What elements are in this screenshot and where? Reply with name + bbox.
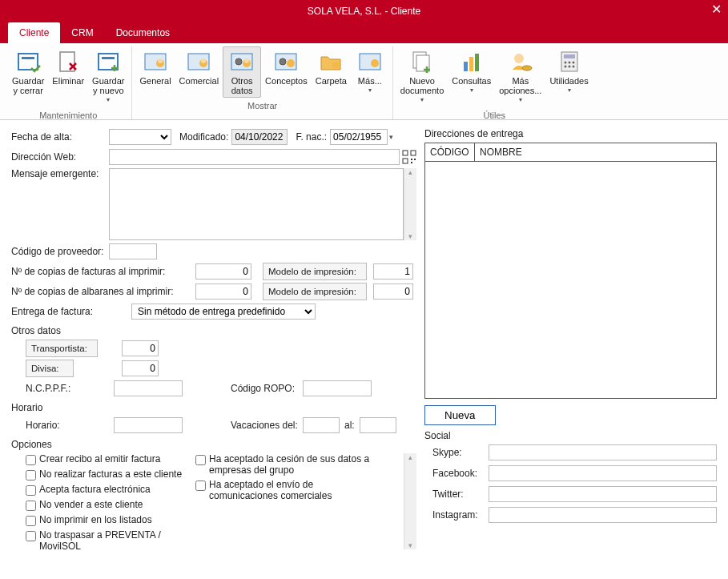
- direcciones-entrega-label: Direcciones de entrega: [424, 128, 717, 139]
- opt-recibo-checkbox[interactable]: [26, 455, 36, 465]
- skype-field[interactable]: [489, 444, 717, 460]
- mas-opciones-button[interactable]: Más opciones...▾: [495, 46, 545, 107]
- direccion-web-label: Dirección Web:: [11, 151, 109, 163]
- ribbon: Guardar y cerrar Eliminar Guardar y nuev…: [0, 43, 728, 120]
- chart-icon: [459, 49, 485, 74]
- ncppf-field[interactable]: [114, 380, 183, 396]
- svg-point-27: [522, 66, 532, 70]
- otros-datos-section: Otros datos: [11, 325, 416, 336]
- opt-comunicaciones-checkbox[interactable]: [195, 480, 206, 491]
- svg-point-12: [235, 58, 242, 65]
- comercial-button[interactable]: Comercial: [175, 46, 223, 98]
- svg-point-20: [371, 59, 379, 67]
- consultas-button[interactable]: Consultas▾: [448, 46, 495, 107]
- vacaciones-del-label: Vacaciones del:: [231, 420, 303, 431]
- svg-point-7: [158, 58, 163, 63]
- fecha-alta-select[interactable]: [109, 129, 171, 145]
- opt-efactura-checkbox[interactable]: [26, 485, 36, 496]
- folder-user-icon: [318, 49, 344, 74]
- skype-label: Skype:: [432, 447, 489, 458]
- svg-point-31: [568, 62, 570, 64]
- close-icon[interactable]: ✕: [711, 2, 722, 17]
- general-button[interactable]: General: [135, 46, 175, 98]
- tab-strip: Cliente CRM Documentos: [0, 22, 728, 43]
- svg-point-17: [287, 59, 295, 67]
- chevron-down-icon[interactable]: ▾: [389, 133, 393, 141]
- tab-cliente[interactable]: Cliente: [8, 22, 60, 43]
- group-mantenimiento: Mantenimiento: [8, 107, 128, 122]
- direccion-web-field[interactable]: [109, 149, 400, 165]
- calculator-icon: [557, 49, 582, 74]
- ncppf-label: N.C.P.P.F.:: [26, 383, 114, 394]
- modelo-impresion-2-field[interactable]: [373, 283, 413, 300]
- scrollbar[interactable]: ▴▾: [404, 453, 416, 549]
- mensaje-textarea[interactable]: [109, 168, 404, 240]
- th-codigo[interactable]: CÓDIGO: [425, 143, 475, 161]
- mensaje-label: Mensaje emergente:: [11, 168, 109, 179]
- divisa-field[interactable]: [122, 360, 159, 376]
- svg-point-35: [572, 66, 574, 68]
- mas-button[interactable]: Más...▾: [351, 46, 389, 98]
- svg-rect-38: [403, 159, 408, 163]
- modelo-impresion-1-field[interactable]: [373, 263, 413, 279]
- opt-no-facturas-checkbox[interactable]: [26, 470, 36, 480]
- tab-crm[interactable]: CRM: [60, 22, 104, 43]
- copias-facturas-label: Nº de copias de facturas al imprimir:: [11, 266, 195, 277]
- entrega-factura-select[interactable]: Sin método de entrega predefinido: [131, 304, 316, 320]
- svg-point-32: [572, 62, 574, 64]
- svg-point-16: [280, 58, 286, 65]
- vacaciones-al-field[interactable]: [360, 417, 396, 433]
- svg-rect-40: [414, 159, 416, 160]
- svg-point-34: [568, 66, 570, 68]
- scrollbar[interactable]: ▴▾: [404, 168, 416, 240]
- horario-field[interactable]: [114, 417, 183, 433]
- fnac-field[interactable]: [330, 129, 388, 145]
- opt-no-preventa-checkbox[interactable]: [26, 531, 36, 541]
- direcciones-table[interactable]: CÓDIGO NOMBRE: [424, 143, 717, 399]
- entrega-factura-label: Entrega de factura:: [11, 306, 131, 317]
- facebook-label: Facebook:: [432, 468, 489, 479]
- th-nombre[interactable]: NOMBRE: [475, 143, 716, 161]
- user-gear-icon: [273, 49, 299, 74]
- nuevo-documento-button[interactable]: Nuevo documento▾: [396, 46, 448, 107]
- opt-no-listados-checkbox[interactable]: [26, 516, 36, 526]
- fecha-alta-label: Fecha de alta:: [11, 131, 109, 143]
- ropo-field[interactable]: [303, 380, 372, 396]
- horario-label: Horario:: [26, 420, 114, 431]
- opt-cesion-checkbox[interactable]: [195, 455, 206, 465]
- otros-datos-button[interactable]: Otros datos: [223, 46, 261, 98]
- svg-rect-1: [22, 57, 34, 59]
- instagram-label: Instagram:: [432, 509, 489, 521]
- transportista-button[interactable]: Transportista:: [26, 340, 98, 357]
- divisa-button[interactable]: Divisa:: [26, 360, 74, 377]
- svg-rect-29: [564, 54, 575, 58]
- copias-facturas-field[interactable]: [195, 263, 251, 279]
- utilidades-button[interactable]: Utilidades▾: [545, 46, 592, 107]
- cod-proveedor-field[interactable]: [109, 243, 157, 259]
- svg-point-10: [201, 58, 206, 63]
- instagram-field[interactable]: [489, 507, 717, 523]
- copias-albaranes-label: Nº de copias de albaranes al imprimir:: [11, 286, 195, 297]
- modelo-impresion-2-button[interactable]: Modelo de impresión:: [263, 283, 367, 300]
- nueva-button[interactable]: Nueva: [424, 405, 496, 425]
- svg-point-33: [564, 66, 566, 68]
- opt-no-vender-checkbox[interactable]: [26, 501, 36, 511]
- group-utiles: Útiles: [396, 107, 593, 122]
- facebook-field[interactable]: [489, 465, 717, 481]
- copias-albaranes-field[interactable]: [195, 283, 251, 300]
- window-title: SOLA VELA, S.L. - Cliente: [308, 6, 420, 17]
- save-close-button[interactable]: Guardar y cerrar: [8, 46, 48, 107]
- save-new-button[interactable]: Guardar y nuevo▾: [88, 46, 128, 107]
- svg-rect-39: [411, 159, 412, 160]
- svg-point-18: [332, 62, 339, 68]
- twitter-field[interactable]: [489, 486, 717, 502]
- transportista-field[interactable]: [122, 340, 159, 356]
- tab-documentos[interactable]: Documentos: [105, 22, 181, 43]
- conceptos-button[interactable]: Conceptos: [261, 46, 312, 98]
- qr-icon[interactable]: [402, 150, 416, 164]
- delete-button[interactable]: Eliminar: [48, 46, 88, 107]
- carpeta-button[interactable]: Carpeta: [312, 46, 351, 98]
- svg-rect-4: [102, 57, 115, 59]
- modelo-impresion-1-button[interactable]: Modelo de impresión:: [263, 263, 367, 280]
- vacaciones-del-field[interactable]: [303, 417, 340, 433]
